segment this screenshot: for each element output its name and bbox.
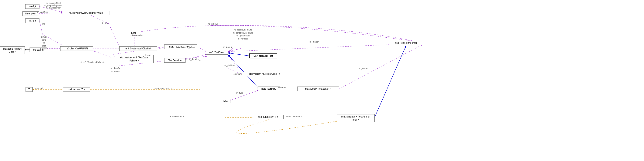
node-std-basic-string: std::basic_string<Char > <box>0 46 25 54</box>
label-line: line <box>42 23 46 25</box>
node-dsrfsheadertest: DsrFsHeaderTest <box>249 54 277 58</box>
label-elements-testcase: elements <box>79 47 88 49</box>
node-int64_t: int64_t <box>25 4 40 9</box>
svg-line-23 <box>228 53 250 56</box>
svg-line-30 <box>230 90 259 100</box>
node-vector-T: std::vector< T > <box>63 87 90 92</box>
node-systemwallclockms: ns3::SystemWallClockMs <box>119 46 157 51</box>
label-melapsed: m_elapsedRealm_elapsedSystemm_elapsedUse… <box>44 2 62 9</box>
label-datadir-name: m_dataDirm_name <box>110 67 120 72</box>
svg-line-18 <box>197 47 207 52</box>
label-actual-cond: actualcondfilelimitmessage <box>40 36 48 50</box>
label-lt-testsuite-ptr: < TestSuite * > <box>170 115 184 118</box>
node-systemwallclockms-private: ns3::SystemWallClockMsPrivate <box>62 11 110 15</box>
label-mduration: m_duration_ <box>188 58 200 60</box>
label-assert-flags: m_assertOnFailurem_continueOnFailurem_up… <box>233 28 253 40</box>
node-vector-testsuite-ptr: std::vector< TestSuite * > <box>297 86 339 91</box>
svg-line-10 <box>109 24 120 49</box>
node-testsuite: ns3::TestSuite <box>258 86 280 91</box>
arrows-svg <box>0 0 644 161</box>
svg-line-21 <box>229 48 241 52</box>
label-elements-vector: elements <box>36 87 44 89</box>
label-msuites: m_suites <box>359 68 368 70</box>
node-int32_t: int32_t <box>25 18 40 23</box>
label-mparent: m_parent <box>223 46 232 48</box>
label-lt-testcasefailure: <_ns3::TestCaseFailure > <box>80 61 105 63</box>
node-T: T <box>26 87 32 92</box>
label-mpriv: m_priv_ <box>102 22 109 24</box>
svg-line-20 <box>228 48 241 52</box>
node-singleton-T: ns3::Singleton< T > <box>253 115 284 119</box>
svg-line-31 <box>374 46 406 118</box>
node-testduration: TestDuration <box>164 58 186 63</box>
node-vector-testcase-ptr: std::vector< ns3::TestCase * > <box>241 72 288 76</box>
node-testrunnerimpl: ns3::TestRunnerImpl <box>389 41 423 45</box>
label-mchildren: m_children <box>224 64 235 67</box>
node-testcase-failure: ns3::TestCaseFailure <box>60 46 93 51</box>
diagram-container: int64_t time_point int32_t std::basic_st… <box>0 0 644 161</box>
label-mresult: m_result <box>187 46 195 48</box>
label-elements-testsuite: elements <box>278 86 286 89</box>
label-lt-testcase-ptr: < ns3::TestCase * > <box>154 88 172 90</box>
label-failure: failure <box>145 54 151 56</box>
svg-line-14 <box>93 51 116 59</box>
label-mstarttime: m_startTime <box>37 11 48 13</box>
label-childrenfailed: childrenFailed <box>130 34 143 37</box>
node-type: Type <box>220 99 230 103</box>
label-mtype: m_type <box>236 92 244 94</box>
label-clock: clock <box>146 47 152 50</box>
label-mtempdir: m_tempDir <box>208 23 218 25</box>
svg-line-28 <box>339 45 422 89</box>
label-mrunner: m_runner_ <box>310 41 320 43</box>
label-lt-testrunnerimpl: < TestRunnerImpl > <box>284 115 302 118</box>
node-vector-testcasefailure: std::vector< ns3::TestCaseFailure > <box>114 55 154 63</box>
label-elements-children: elements <box>234 73 242 75</box>
node-testcase: ns3::TestCase <box>206 50 228 54</box>
node-singleton-testrunnerimpl: ns3::Singleton< TestRunnerImpl > <box>337 114 374 122</box>
